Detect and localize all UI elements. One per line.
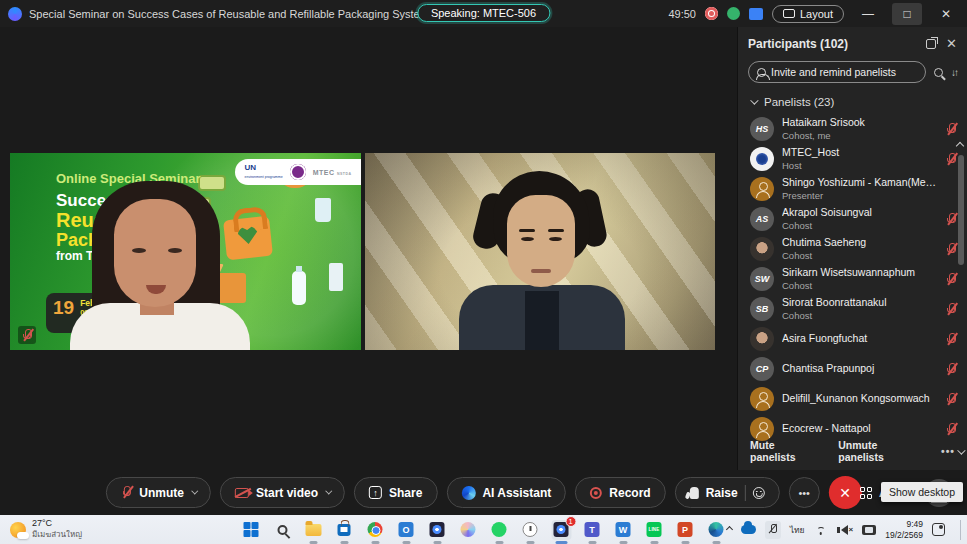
video-tile-presenter-poster[interactable]: UN environment programme MTEC NSTDA Onli… bbox=[10, 153, 361, 350]
unmute-panelists-button[interactable]: Unmute panelists bbox=[838, 439, 925, 463]
university-emblem-icon bbox=[290, 164, 306, 180]
unmute-button[interactable]: Unmute bbox=[105, 477, 211, 508]
copilot-button[interactable] bbox=[458, 520, 478, 540]
stream-indicator-icon[interactable] bbox=[749, 8, 763, 20]
muted-mic-icon bbox=[945, 212, 957, 227]
chevron-down-icon[interactable] bbox=[191, 488, 198, 495]
participants-title: Participants (102) bbox=[748, 37, 848, 51]
teams-icon: T bbox=[585, 522, 600, 537]
avatar bbox=[750, 147, 774, 171]
ai-assistant-icon bbox=[461, 486, 475, 500]
layout-button[interactable]: Layout bbox=[772, 5, 844, 23]
avatar bbox=[750, 327, 774, 351]
participant-row[interactable]: Shingo Yoshizumi - Kaman(Megl...Presente… bbox=[738, 174, 967, 204]
participant-row[interactable]: HS Hataikarn SrisookCohost, me bbox=[738, 114, 967, 144]
mute-panelists-button[interactable]: Mute panelists bbox=[750, 439, 822, 463]
recording-indicator-icon[interactable] bbox=[705, 7, 718, 20]
participant-row[interactable]: Chutima SaehengCohost bbox=[738, 234, 967, 264]
edge-button[interactable] bbox=[706, 520, 726, 540]
speaking-indicator-badge: Speaking: MTEC-506 bbox=[417, 4, 550, 22]
participant-row[interactable]: AS Akrapol SoisungvalCohost bbox=[738, 204, 967, 234]
wifi-icon[interactable] bbox=[814, 525, 828, 535]
weather-widget[interactable]: 27°C มีเมฆส่วนใหญ่ bbox=[0, 518, 200, 541]
muted-mic-icon bbox=[945, 272, 957, 287]
chrome-button[interactable] bbox=[365, 520, 385, 540]
leave-meeting-button[interactable]: ✕ bbox=[829, 476, 862, 509]
reactions-icon[interactable] bbox=[753, 487, 765, 499]
zoom-meeting-active-button[interactable]: 1 bbox=[551, 520, 571, 540]
raise-hand-icon bbox=[690, 487, 699, 499]
chevron-down-icon[interactable] bbox=[325, 488, 332, 495]
video-tile-speaker[interactable] bbox=[365, 153, 715, 350]
muted-mic-icon bbox=[120, 485, 132, 500]
zoom-app-button[interactable] bbox=[427, 520, 447, 540]
popout-panel-icon[interactable] bbox=[926, 39, 936, 49]
panel-scrollbar[interactable] bbox=[957, 155, 965, 445]
meeting-toolbar: Unmute Start video ↑ Share AI Assistant … bbox=[0, 470, 967, 515]
show-desktop-button[interactable] bbox=[960, 520, 961, 540]
sort-icon[interactable]: ↓↑ bbox=[951, 67, 957, 78]
participant-row[interactable]: CP Chantisa Prapunpoj bbox=[738, 354, 967, 384]
un-logo: UN bbox=[245, 163, 257, 172]
panelists-list: HS Hataikarn SrisookCohost, me MTEC_Host… bbox=[738, 112, 967, 446]
zoom-icon bbox=[430, 522, 445, 537]
panel-more-button[interactable]: ••• bbox=[941, 445, 955, 457]
language-indicator[interactable]: ไทย bbox=[790, 523, 805, 537]
more-options-button[interactable]: ••• bbox=[789, 477, 820, 508]
avatar bbox=[750, 237, 774, 261]
live-indicator-icon[interactable] bbox=[727, 7, 740, 20]
maximize-button[interactable]: □ bbox=[892, 3, 922, 25]
participant-row[interactable]: Delifill_Kunanon Kongsomwach bbox=[738, 384, 967, 414]
start-button[interactable] bbox=[241, 520, 261, 540]
microsoft-store-button[interactable] bbox=[334, 520, 354, 540]
taskbar-search-button[interactable] bbox=[272, 520, 292, 540]
clock-icon bbox=[523, 522, 538, 537]
search-icon[interactable] bbox=[934, 68, 943, 77]
invite-person-icon bbox=[757, 68, 766, 77]
onedrive-icon[interactable] bbox=[741, 525, 756, 534]
taskbar-clock[interactable]: 9:49 19/2/2569 bbox=[885, 519, 923, 539]
whatsapp-icon bbox=[492, 522, 507, 537]
participant-row[interactable]: MTEC_HostHost bbox=[738, 144, 967, 174]
avatar: HS bbox=[750, 117, 774, 141]
participant-row[interactable]: SW Sirikarn WisetsuwannaphumCohost bbox=[738, 264, 967, 294]
close-panel-icon[interactable]: ✕ bbox=[946, 36, 957, 51]
clock-app-button[interactable] bbox=[520, 520, 540, 540]
folder-icon bbox=[305, 524, 321, 536]
teams-button[interactable]: T bbox=[582, 520, 602, 540]
participants-panel: Participants (102) ✕ Invite and remind p… bbox=[737, 27, 967, 470]
layout-grid-icon bbox=[783, 9, 795, 18]
minimize-button[interactable]: — bbox=[853, 3, 883, 25]
video-stage: UN environment programme MTEC NSTDA Onli… bbox=[0, 27, 737, 470]
share-button[interactable]: ↑ Share bbox=[354, 477, 437, 508]
edge-icon bbox=[709, 522, 724, 537]
camera-device-icon[interactable] bbox=[862, 525, 876, 535]
muted-mic-icon bbox=[945, 122, 957, 137]
outlook-button[interactable]: O bbox=[396, 520, 416, 540]
meeting-title: Special Seminar on Success Cases of Reus… bbox=[29, 8, 429, 20]
poster-logo-band: UN environment programme MTEC NSTDA bbox=[235, 159, 361, 185]
powerpoint-button[interactable]: P bbox=[675, 520, 695, 540]
record-button[interactable]: Record bbox=[575, 477, 665, 508]
line-button[interactable]: LINE bbox=[644, 520, 664, 540]
start-video-button[interactable]: Start video bbox=[220, 477, 345, 508]
close-button[interactable]: ✕ bbox=[931, 3, 961, 25]
raise-hand-button[interactable]: Raise bbox=[675, 477, 780, 508]
tray-mic-button[interactable] bbox=[765, 521, 781, 539]
chrome-icon bbox=[368, 522, 383, 537]
volume-muted-icon[interactable]: × bbox=[837, 525, 854, 535]
muted-mic-icon bbox=[768, 523, 778, 536]
zoom-app-icon bbox=[8, 7, 22, 21]
participant-row[interactable]: SB Sirorat BoonrattanakulCohost bbox=[738, 294, 967, 324]
invite-panelists-button[interactable]: Invite and remind panelists bbox=[748, 61, 926, 83]
whatsapp-button[interactable] bbox=[489, 520, 509, 540]
avatar: CP bbox=[750, 357, 774, 381]
poster-bottle-art bbox=[292, 271, 306, 305]
file-explorer-button[interactable] bbox=[303, 520, 323, 540]
notification-center-icon[interactable] bbox=[932, 523, 945, 536]
ai-assistant-button[interactable]: AI Assistant bbox=[446, 477, 566, 508]
word-button[interactable]: W bbox=[613, 520, 633, 540]
participant-row[interactable]: Asira Fuongfuchat bbox=[738, 324, 967, 354]
panelists-section-header[interactable]: Panelists (23) bbox=[738, 89, 967, 112]
tray-expand-icon[interactable] bbox=[726, 526, 733, 533]
